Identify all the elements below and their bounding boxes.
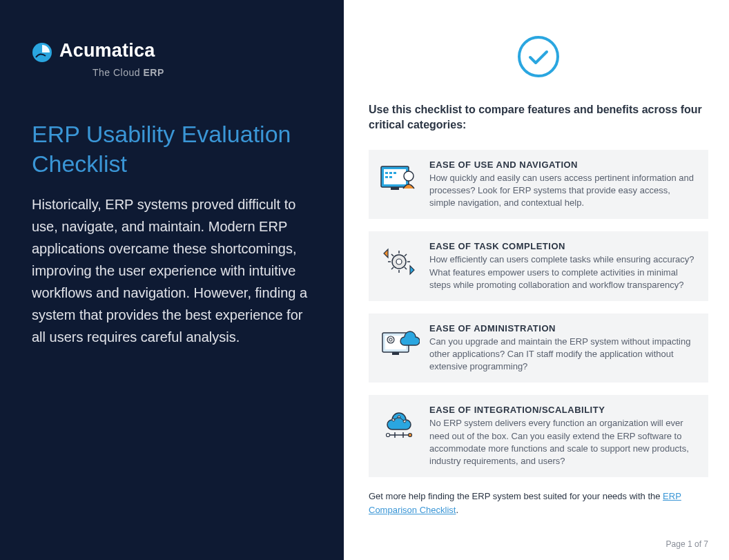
category-desc: Can you upgrade and maintain the ERP sys…	[429, 336, 697, 374]
footer-post: .	[456, 505, 458, 515]
cloud-network-icon	[378, 405, 420, 446]
document-page: Acumatica The Cloud ERP ERP Usability Ev…	[0, 0, 729, 560]
svg-point-25	[389, 338, 392, 341]
category-title: EASE OF TASK COMPLETION	[429, 241, 697, 251]
brand-name: Acumatica	[59, 40, 155, 61]
brand-tagline: The Cloud ERP	[93, 67, 315, 78]
intro-paragraph: Historically, ERP systems proved difficu…	[32, 193, 315, 348]
svg-line-17	[391, 254, 393, 256]
category-integration: EASE OF INTEGRATION/SCALABILITY No ERP s…	[369, 395, 708, 477]
svg-rect-23	[392, 352, 399, 355]
document-title: ERP Usability Evaluation Checklist	[32, 119, 315, 178]
svg-line-19	[391, 267, 393, 269]
category-title: EASE OF USE AND NAVIGATION	[429, 160, 697, 170]
category-content: EASE OF USE AND NAVIGATION How quickly a…	[429, 160, 697, 210]
svg-point-33	[409, 434, 412, 437]
checklist-heading: Use this checklist to compare features a…	[369, 102, 708, 133]
category-task-completion: EASE OF TASK COMPLETION How efficiently …	[369, 231, 708, 301]
logo-icon	[32, 42, 52, 63]
category-content: EASE OF INTEGRATION/SCALABILITY No ERP s…	[429, 405, 697, 467]
category-content: EASE OF ADMINISTRATION Can you upgrade a…	[429, 323, 697, 374]
svg-line-20	[405, 267, 407, 269]
category-content: EASE OF TASK COMPLETION How efficiently …	[429, 241, 697, 291]
brand-logo: Acumatica	[32, 40, 315, 63]
category-desc: How efficiently can users complete tasks…	[429, 253, 697, 291]
gear-arrows-icon	[378, 241, 420, 282]
category-desc: No ERP system delivers every function an…	[429, 417, 697, 467]
footer-text: Get more help finding the ERP system bes…	[369, 490, 708, 516]
right-panel: Use this checklist to compare features a…	[344, 0, 729, 560]
page-number: Page 1 of 7	[666, 539, 708, 549]
category-desc: How quickly and easily can users access …	[429, 172, 697, 210]
category-title: EASE OF ADMINISTRATION	[429, 323, 697, 334]
svg-rect-9	[391, 187, 399, 190]
svg-point-10	[404, 171, 414, 181]
category-ease-of-use: EASE OF USE AND NAVIGATION How quickly a…	[369, 150, 708, 220]
svg-rect-7	[385, 176, 388, 178]
category-title: EASE OF INTEGRATION/SCALABILITY	[429, 405, 697, 415]
svg-rect-8	[389, 176, 392, 178]
tagline-pre: The Cloud	[93, 67, 143, 78]
left-panel: Acumatica The Cloud ERP ERP Usability Ev…	[0, 0, 344, 560]
category-administration: EASE OF ADMINISTRATION Can you upgrade a…	[369, 313, 708, 383]
svg-rect-5	[389, 172, 392, 174]
footer-pre: Get more help finding the ERP system bes…	[369, 491, 663, 501]
svg-rect-4	[385, 172, 388, 174]
svg-line-18	[405, 254, 407, 256]
checkmark-icon	[516, 35, 561, 79]
user-monitor-icon	[378, 160, 420, 201]
svg-point-32	[387, 434, 390, 437]
svg-rect-6	[393, 172, 396, 174]
svg-point-1	[519, 37, 558, 76]
tagline-bold: ERP	[143, 67, 164, 78]
svg-point-12	[396, 259, 402, 264]
cloud-monitor-icon	[378, 323, 420, 365]
